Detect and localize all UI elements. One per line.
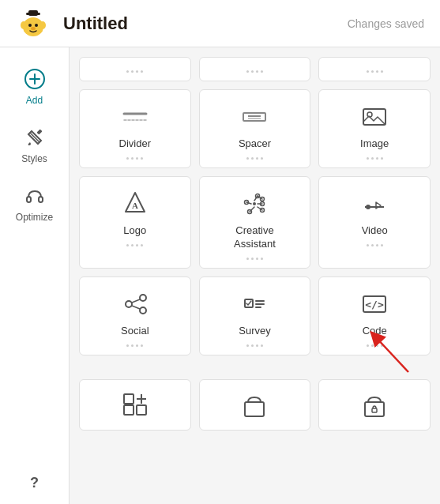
svg-rect-58 [245,402,264,416]
svg-text:</>: </> [365,299,384,310]
grid-item-partial-3[interactable] [318,57,431,81]
grid-row-1: Divider Spacer [79,89,431,168]
product-icon [119,391,151,419]
drag-handle [365,157,384,161]
svg-point-4 [39,21,46,29]
creative-assistant-label: CreativeAssistant [234,224,276,251]
bag-lock-icon [359,391,390,419]
survey-label: Survey [239,325,270,338]
logo-label: Logo [123,224,146,238]
svg-rect-13 [36,129,42,134]
logo-icon: A [119,188,151,220]
page-title: Untitled [63,13,348,34]
grid-item-bag-lock[interactable] [318,379,431,431]
sidebar-item-styles[interactable]: Styles [0,115,69,174]
grid-item-partial-2[interactable] [199,57,311,81]
mailchimp-logo [16,6,51,41]
image-label: Image [360,137,389,151]
grid-row-3: Social [79,276,431,355]
code-label: Code [363,325,387,338]
social-icon [119,288,151,320]
grid-item-video[interactable]: Video [318,176,431,269]
save-status: Changes saved [348,17,424,30]
svg-line-45 [132,306,140,309]
scroll-content: Divider Spacer [79,57,431,431]
drag-handle [245,344,264,348]
drag-handle [365,244,384,248]
svg-rect-59 [365,402,384,416]
grid-item-spacer[interactable]: Spacer [199,89,311,168]
drag-handle [245,157,264,161]
drag-handle [365,344,384,348]
divider-icon [119,101,151,133]
drag-handle [126,157,145,161]
grid-item-product[interactable] [79,379,191,431]
svg-rect-15 [39,197,43,202]
svg-point-25 [253,202,256,205]
svg-text:A: A [132,201,138,210]
help-button[interactable]: ? [17,462,51,504]
grid-item-divider[interactable]: Divider [79,89,191,168]
svg-rect-21 [363,109,385,125]
grid-row-2: A Logo [79,176,431,269]
svg-point-42 [140,307,146,314]
sidebar-styles-label: Styles [21,153,47,164]
bag-icon [239,391,270,419]
video-label: Video [362,224,388,238]
header: Untitled Changes saved [0,0,440,47]
drag-handle [245,70,264,74]
svg-rect-6 [28,10,38,16]
svg-rect-55 [124,394,134,404]
drag-handle [126,344,145,348]
headphones-icon [22,183,47,209]
sidebar-item-add[interactable]: Add [0,57,69,115]
svg-point-43 [126,301,132,307]
sidebar-optimize-label: Optimize [16,212,53,223]
svg-rect-14 [27,197,31,202]
image-icon [359,101,390,133]
code-icon: </> [359,288,390,320]
svg-point-3 [21,21,27,29]
paint-bucket-icon [22,125,47,150]
main-layout: Add Styles Opti [0,47,440,504]
content-area: Divider Spacer [70,47,440,504]
svg-point-8 [35,24,38,27]
grid-item-logo[interactable]: A Logo [79,176,191,269]
svg-line-44 [132,299,140,303]
svg-point-7 [28,24,32,27]
social-label: Social [121,325,149,338]
creative-assistant-icon [239,188,270,220]
svg-point-41 [140,295,146,301]
drag-handle [365,70,384,74]
sidebar-add-label: Add [26,95,43,106]
drag-handle [245,258,264,261]
plus-circle-icon [22,66,47,92]
spacer-icon [239,101,270,133]
sidebar-item-optimize[interactable]: Optimize [0,174,69,232]
grid-item-image[interactable]: Image [318,89,431,168]
spacer-label: Spacer [239,137,271,151]
grid-item-creative-assistant[interactable]: CreativeAssistant [199,176,311,269]
drag-handle [126,244,145,248]
grid-item-survey[interactable]: Survey [199,276,311,355]
drag-handle [126,70,145,74]
svg-point-39 [366,205,370,209]
survey-icon [239,288,270,320]
svg-rect-53 [124,405,134,415]
top-partial-row [79,57,431,81]
grid-row-4-partial [79,379,431,431]
grid-item-social[interactable]: Social [79,276,191,355]
grid-item-code[interactable]: </> Code [318,276,431,355]
grid-item-partial-1[interactable] [79,57,191,81]
grid-item-bag[interactable] [199,379,311,431]
sidebar: Add Styles Opti [0,47,70,504]
svg-point-9 [31,27,36,30]
video-icon [359,188,390,220]
svg-rect-54 [137,405,146,415]
divider-label: Divider [119,137,151,151]
svg-rect-60 [372,408,377,412]
